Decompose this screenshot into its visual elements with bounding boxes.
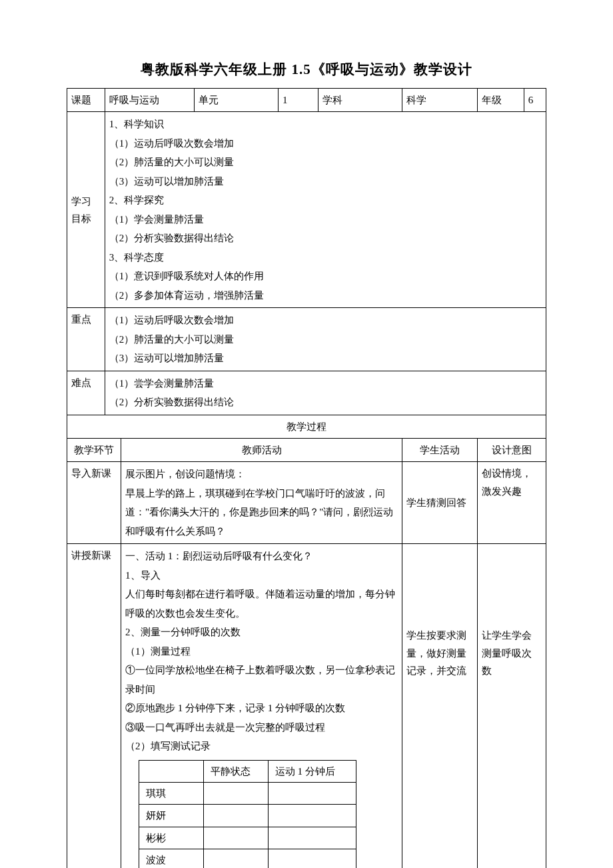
record-cell: [203, 805, 268, 827]
intro-student: 学生猜测回答: [402, 462, 478, 544]
process-columns-row: 教学环节 教师活动 学生活动 设计意图: [67, 439, 546, 462]
col-env: 教学环节: [67, 439, 121, 462]
record-row: 琪琪: [139, 783, 356, 805]
goals-label: 学习 目标: [67, 112, 105, 308]
main-row: 讲授新课 一、活动 1：剧烈运动后呼吸有什么变化？ 1、导入 人们每时每刻都在进…: [67, 544, 546, 868]
difficulties-label: 难点: [67, 371, 105, 415]
keypoints-label: 重点: [67, 308, 105, 371]
main-teacher: 一、活动 1：剧烈运动后呼吸有什么变化？ 1、导入 人们每时每刻都在进行着呼吸。…: [121, 544, 402, 868]
record-h0: [139, 760, 204, 782]
intro-env: 导入新课: [67, 462, 121, 544]
intro-row: 导入新课 展示图片，创设问题情境： 早晨上学的路上，琪琪碰到在学校门口气喘吁吁的…: [67, 462, 546, 544]
record-h2: 运动 1 分钟后: [268, 760, 356, 782]
record-row: 波波: [139, 849, 356, 868]
col-intent: 设计意图: [478, 439, 546, 462]
main-student: 学生按要求测量，做好测量记录，并交流 学生讨论回答: [402, 544, 478, 868]
main-teacher-part1: 一、活动 1：剧烈运动后呼吸有什么变化？ 1、导入 人们每时每刻都在进行着呼吸。…: [125, 547, 398, 756]
unit-label: 单元: [194, 89, 278, 112]
process-header-row: 教学过程: [67, 415, 546, 438]
keypoints-row: 重点 （1）运动后呼吸次数会增加 （2）肺活量的大小可以测量 （3）运动可以增加…: [67, 308, 546, 371]
difficulties-text: （1）尝学会测量肺活量 （2）分析实验数据得出结论: [105, 371, 546, 415]
record-name: 彬彬: [139, 827, 204, 849]
col-teacher: 教师活动: [121, 439, 402, 462]
grade-value: 6: [524, 89, 546, 112]
record-name: 波波: [139, 849, 204, 868]
record-row: 妍妍: [139, 805, 356, 827]
header-row: 课题 呼吸与运动 单元 1 学科 科学 年级 6: [67, 89, 546, 112]
record-cell: [268, 783, 356, 805]
goals-text: 1、科学知识 （1）运动后呼吸次数会增加 （2）肺活量的大小可以测量 （3）运动…: [105, 112, 546, 308]
record-cell: [203, 827, 268, 849]
unit-value: 1: [278, 89, 318, 112]
goals-row: 学习 目标 1、科学知识 （1）运动后呼吸次数会增加 （2）肺活量的大小可以测量…: [67, 112, 546, 308]
main-student-1: 学生按要求测量，做好测量记录，并交流: [406, 627, 473, 679]
record-cell: [203, 783, 268, 805]
intro-intent: 创设情境，激发兴趣: [478, 462, 546, 544]
record-header-row: 平静状态 运动 1 分钟后: [139, 760, 356, 782]
document-page: 粤教版科学六年级上册 1.5《呼吸与运动》教学设计 课题 呼吸与运动 单元 1 …: [0, 0, 613, 868]
main-env: 讲授新课: [67, 544, 121, 868]
main-intent: 让学生学会测量呼吸次数: [478, 544, 546, 868]
subject-value: 科学: [402, 89, 478, 112]
intro-teacher: 展示图片，创设问题情境： 早晨上学的路上，琪琪碰到在学校门口气喘吁吁的波波，问道…: [121, 462, 402, 544]
record-cell: [268, 827, 356, 849]
topic-label: 课题: [67, 89, 105, 112]
record-table: 平静状态 运动 1 分钟后 琪琪 妍妍 彬彬: [139, 760, 356, 868]
topic-value: 呼吸与运动: [105, 89, 194, 112]
col-student: 学生活动: [402, 439, 478, 462]
record-cell: [203, 849, 268, 868]
process-header: 教学过程: [67, 415, 546, 438]
record-name: 琪琪: [139, 783, 204, 805]
record-row: 彬彬: [139, 827, 356, 849]
record-h1: 平静状态: [203, 760, 268, 782]
grade-label: 年级: [478, 89, 524, 112]
record-name: 妍妍: [139, 805, 204, 827]
main-intent-text: 让学生学会测量呼吸次数: [482, 627, 542, 679]
record-cell: [268, 849, 356, 868]
keypoints-text: （1）运动后呼吸次数会增加 （2）肺活量的大小可以测量 （3）运动可以增加肺活量: [105, 308, 546, 371]
page-title: 粤教版科学六年级上册 1.5《呼吸与运动》教学设计: [67, 60, 546, 79]
record-cell: [268, 805, 356, 827]
subject-label: 学科: [318, 89, 402, 112]
lesson-plan-table: 课题 呼吸与运动 单元 1 学科 科学 年级 6 学习 目标 1、科学知识 （1…: [67, 88, 546, 868]
difficulties-row: 难点 （1）尝学会测量肺活量 （2）分析实验数据得出结论: [67, 371, 546, 415]
